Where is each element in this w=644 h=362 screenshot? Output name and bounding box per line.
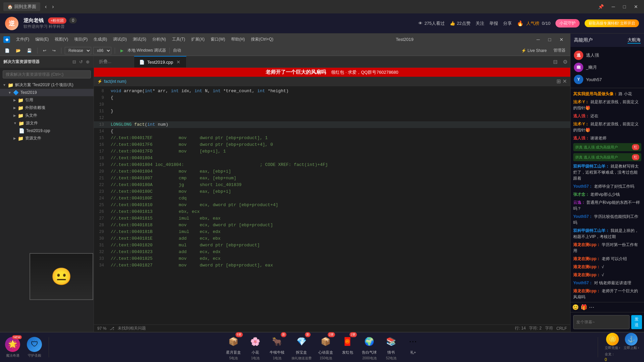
dahanghai-label: 立即上船 › <box>624 346 639 350</box>
nav-prev-button[interactable]: ‹ <box>43 3 49 10</box>
main-content: ◈ 文件(F) 编辑(E) 视图(V) 项目(P) 生成(B) 调试(D) 测试… <box>0 34 644 332</box>
follow-tag[interactable]: +粉丝团 <box>48 17 66 24</box>
vscode-minimize[interactable]: ─ <box>533 36 543 44</box>
guardian-item[interactable]: 🛡 守护圣殿 <box>27 337 42 358</box>
follow-action[interactable]: 关注 <box>476 20 484 26</box>
chat-input[interactable] <box>573 315 630 329</box>
recharge-item[interactable]: 🪙 立即充值 › <box>605 333 620 350</box>
code-line-30: 30 //.text:0040181E add ecx, ebx <box>94 235 570 242</box>
vscode-maximize[interactable]: □ <box>545 36 554 44</box>
magic-label-1: 魔法奇遇 <box>6 353 19 358</box>
gift-treasure[interactable]: 💎 新 拆宝盒 抽礼物送追费 <box>291 334 312 361</box>
tree-item-cpp[interactable]: 📄 Test2019.cpp <box>0 127 94 134</box>
manage-button[interactable]: 管理器 <box>551 47 568 54</box>
report-action[interactable]: 举报 <box>489 20 498 26</box>
redo-btn[interactable]: ↪ <box>50 48 58 54</box>
split-editor-btn[interactable]: ⊟ <box>550 56 560 67</box>
user-item-3: Y Youth57 <box>572 74 642 85</box>
tree-item-headers[interactable]: ▶ 📁 头文件 <box>0 112 94 119</box>
menu-test[interactable]: 测试(S) <box>130 35 149 44</box>
arch-dropdown[interactable]: x86 <box>93 47 111 54</box>
menu-project[interactable]: 项目(P) <box>71 35 90 44</box>
menu-tools[interactable]: 工具(T) <box>169 35 188 44</box>
menu-file[interactable]: 文件(F) <box>13 35 32 44</box>
new-file-btn[interactable]: 📄 <box>3 48 12 54</box>
emoji-btn[interactable]: 😊 <box>572 304 579 310</box>
gift-loveletter[interactable]: 📚 情书 52电池 <box>384 334 399 361</box>
vscode-body: 解决方案资源管理器 ⊟ ↺ ⊕ ▼ 📁 解决方案 'Test2019' (1个项… <box>0 56 570 332</box>
config-dropdown[interactable]: Release <box>65 47 91 54</box>
gift-more[interactable]: ⋯ 礼+ <box>406 334 421 361</box>
tree-item-project[interactable]: ▼ 🔷 Test2019 <box>0 89 94 96</box>
save-btn[interactable]: 💾 <box>25 48 34 54</box>
gift-heartbox[interactable]: 📦 2更 心动盲盒 150电池 <box>318 334 333 361</box>
code-line-24: 24 //.text:0040180F cdq <box>94 195 570 202</box>
more-chat-btn[interactable]: ⋯ <box>589 304 594 310</box>
dahanghai-item[interactable]: ⚓ 立即上船 › <box>624 333 639 350</box>
filter-btn[interactable]: ⊕ <box>85 59 90 65</box>
gift-chat-btn[interactable]: 🎁 <box>581 304 587 310</box>
sidebar-search-input[interactable] <box>3 70 91 78</box>
expand-btn[interactable]: ⊞ <box>556 78 561 84</box>
refresh-btn[interactable]: ↺ <box>78 59 84 65</box>
gift-balloon[interactable]: 🌍 告白气球 2000电池 <box>362 334 377 361</box>
gift-redenv[interactable]: 🧧 2更 发红包 <box>340 334 355 361</box>
tree-item-ext-deps[interactable]: ▶ 📁 外部依赖项 <box>0 104 94 112</box>
ref-arrow: ▶ <box>13 98 16 102</box>
menu-analyze[interactable]: 分析(N) <box>150 35 169 44</box>
menu-debug[interactable]: 调试(D) <box>110 35 129 44</box>
editor-tabs: 折叠... 📄 Test2019.cpp ✕ ⊟ ⚙ <box>94 56 570 68</box>
menu-extensions[interactable]: 扩展(X) <box>189 35 207 44</box>
close-button[interactable]: ✕ <box>631 3 641 11</box>
menu-view[interactable]: 视图(V) <box>52 35 71 44</box>
tab-cpp-close[interactable]: ✕ <box>176 59 181 65</box>
become-vip-btn-2[interactable]: 红 <box>632 154 639 160</box>
eye-icon: 👁 <box>418 21 423 26</box>
menu-help[interactable]: 帮助(H) <box>228 35 248 44</box>
undo-btn[interactable]: ↩ <box>41 48 48 54</box>
pin-button[interactable]: 📌 <box>595 3 606 11</box>
title-bar: 🏠 回到主界面 ‹ › 📌 ─ □ ✕ <box>0 0 644 13</box>
editor-area: 折叠... 📄 Test2019.cpp ✕ ⊟ ⚙ 老师开了一个巨大的风扇吗 … <box>94 56 570 332</box>
minimize-button[interactable]: ─ <box>609 3 618 11</box>
code-editor[interactable]: 8 void arrange(int* arr, int idx, int N,… <box>94 86 570 324</box>
msg-8: 张才念： 老师vip那么少钱 <box>573 191 641 197</box>
run-btn[interactable]: ▶ <box>118 48 125 54</box>
chat-title: 高能用户 <box>574 37 593 43</box>
project-name: Test2019 <box>396 37 414 42</box>
gift-cow[interactable]: 🐂 新 牛犊牛犊 1电池 <box>270 334 285 361</box>
menu-edit[interactable]: 编辑(E) <box>33 35 51 44</box>
dahanghai-tab[interactable]: 大航海 <box>628 37 641 44</box>
encoding-label: 字符 <box>545 325 553 331</box>
tree-item-resources[interactable]: ▶ 📁 资源文件 <box>0 134 94 142</box>
guardian-label: 守护圣殿 <box>28 353 41 358</box>
become-vip-btn-1[interactable]: 红 <box>632 144 639 150</box>
close-editor-btn[interactable]: ✕ <box>562 78 567 84</box>
share-action[interactable]: 分享 <box>503 20 512 26</box>
code-line-23: 23 //.text:0040180C mov eax, [ebp+i] <box>94 188 570 195</box>
tree-item-ref[interactable]: ▶ 📁 引用 <box>0 96 94 104</box>
tree-item-sources[interactable]: ▼ 📁 源文件 <box>0 119 94 127</box>
tab-cpp[interactable]: 📄 Test2019.cpp ✕ <box>134 56 186 67</box>
gift-starmoon-box[interactable]: 📦 5更 星月盲盒 5电池 <box>226 334 241 361</box>
menu-search[interactable]: 搜索(Ctrl+Q) <box>248 35 276 44</box>
collapse-all-btn[interactable]: ⊟ <box>72 59 77 65</box>
gift-flower[interactable]: 🌸 小花 1电池 <box>248 334 263 361</box>
magic-item-1[interactable]: 🌟 NEW 魔法奇遇 <box>5 337 20 358</box>
vscode-close[interactable]: ✕ <box>556 36 567 44</box>
pink-guardian-button[interactable]: 小花守护 <box>555 19 580 27</box>
editor-settings-btn[interactable]: ⚙ <box>560 56 570 67</box>
live-share-button[interactable]: ⚡ Live Share <box>519 48 549 54</box>
sources-arrow: ▼ <box>13 121 17 125</box>
nav-next-button[interactable]: › <box>50 3 56 10</box>
tab-collapse[interactable]: 折叠... <box>94 56 134 67</box>
menu-window[interactable]: 窗口(W) <box>208 35 228 44</box>
maximize-button[interactable]: □ <box>621 3 629 11</box>
streamer-logo: 逆 <box>5 17 18 30</box>
tree-item-solution[interactable]: ▼ 📁 解决方案 'Test2019' (1个项目/共) <box>0 81 94 89</box>
open-btn[interactable]: 📂 <box>14 48 23 54</box>
send-button[interactable]: 发送 <box>631 315 642 329</box>
vip-privilege-button[interactable]: 获取高级专属特权! 立即开启 <box>585 19 639 27</box>
back-button[interactable]: 🏠 回到主界面 <box>3 2 40 11</box>
menu-build[interactable]: 生成(B) <box>91 35 110 44</box>
